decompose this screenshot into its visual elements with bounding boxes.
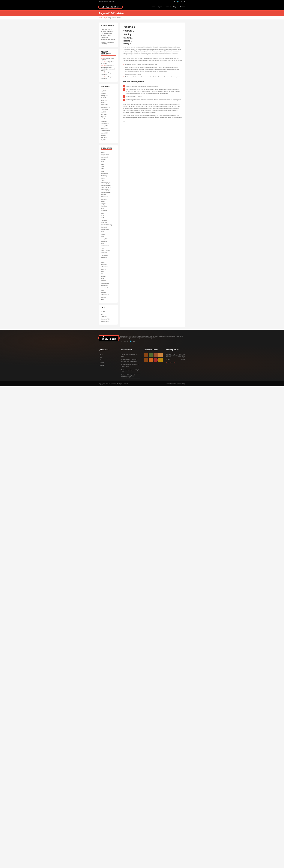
category-item[interactable]: Child Category 01 xyxy=(101,182,116,184)
youtube-icon[interactable]: ▶ xyxy=(184,1,185,3)
category-item[interactable]: Cat C xyxy=(101,170,116,172)
category-item[interactable]: broder xyxy=(101,161,116,163)
gallery-item[interactable] xyxy=(144,358,148,362)
archive-item[interactable]: October 2010 xyxy=(101,104,116,106)
comment-item[interactable]: Jane Doe on Template: Comments xyxy=(101,72,116,76)
category-item[interactable]: disinfection xyxy=(101,198,116,200)
archive-item[interactable]: May 2009 xyxy=(101,139,116,141)
facebook-icon[interactable]: f xyxy=(174,1,175,3)
privacy-link[interactable]: Privacy Policy xyxy=(178,383,185,384)
category-item[interactable]: Template xyxy=(101,280,116,282)
category-item[interactable]: clerkship xyxy=(101,193,116,195)
footer-post-item[interactable]: TEMPLATE: STICKY July 24, 2018 xyxy=(121,353,140,358)
category-item[interactable]: aciform xyxy=(101,151,116,154)
archive-item[interactable]: March 2011 xyxy=(101,101,116,104)
footer-post-item[interactable]: MARKUP: IMAGE ALIGNMENT July 24, 2018 xyxy=(121,363,140,368)
archive-item[interactable]: July 2010 xyxy=(101,111,116,113)
category-item[interactable]: Unpublished xyxy=(101,284,116,287)
category-item[interactable]: Foo Parent xyxy=(101,219,116,221)
gallery-item[interactable] xyxy=(153,353,158,357)
category-item[interactable]: Child Category 05 xyxy=(101,191,116,193)
gallery-item[interactable] xyxy=(158,353,163,357)
category-item[interactable]: lender xyxy=(101,231,116,233)
recent-post-item[interactable]: TEMPLATE: STICKY xyxy=(101,29,116,31)
meta-item[interactable]: Log out xyxy=(101,313,116,315)
category-item[interactable]: Child 1 xyxy=(101,177,116,179)
recent-post-item[interactable]: MARKUP: IMAGE ALIGNMENT xyxy=(101,35,116,39)
category-item[interactable]: sublunary xyxy=(101,275,116,277)
gallery-item[interactable] xyxy=(158,358,163,362)
archive-item[interactable]: September 2009 xyxy=(101,129,116,132)
category-item[interactable]: antiquarianism xyxy=(101,154,116,156)
archive-item[interactable]: January 2012 xyxy=(101,99,116,101)
gallery-item[interactable] xyxy=(149,358,153,362)
category-item[interactable]: Cat A xyxy=(101,165,116,167)
category-item[interactable]: pustule xyxy=(101,259,116,261)
archive-item[interactable]: June 2009 xyxy=(101,137,116,139)
nav-item[interactable]: Menus ▾ xyxy=(165,6,170,8)
terms-link[interactable]: Terms & Condition xyxy=(167,383,177,384)
linkedin-icon[interactable]: in xyxy=(127,340,129,342)
archive-item[interactable]: August 2010 xyxy=(101,108,116,111)
archive-item[interactable]: July 2018 xyxy=(101,90,116,92)
archive-item[interactable]: July 2009 xyxy=(101,134,116,136)
category-item[interactable]: showshoe xyxy=(101,268,116,270)
archive-item[interactable]: March 2012 xyxy=(101,97,116,99)
recent-post-item[interactable]: Markup: HTML Tags And Formatting xyxy=(101,41,116,45)
category-item[interactable]: Grandchild Category xyxy=(101,224,116,226)
quick-link-item[interactable]: Contact xyxy=(99,361,118,364)
archive-item[interactable]: January 2010 xyxy=(101,125,116,127)
category-item[interactable]: Markup xyxy=(101,233,116,236)
quick-link-item[interactable]: Home xyxy=(99,353,118,356)
footer-post-item[interactable]: Markup: Image Alignment May 4, 2018 xyxy=(121,368,140,373)
category-item[interactable]: Cat B xyxy=(101,167,116,170)
category-item[interactable]: Foo A xyxy=(101,214,116,217)
footer-logo[interactable]: LZ RESTAURANT xyxy=(99,335,119,341)
category-item[interactable]: Uncategorized xyxy=(101,282,116,284)
category-item[interactable]: selfconvicted xyxy=(101,266,116,268)
category-item[interactable]: weakhearted xyxy=(101,287,116,289)
category-item[interactable]: ween xyxy=(101,289,116,291)
category-item[interactable]: arrangement xyxy=(101,156,116,158)
gallery-item[interactable] xyxy=(149,353,153,357)
category-item[interactable]: palter xyxy=(101,242,116,245)
category-item[interactable]: monosyllable xyxy=(101,238,116,240)
comment-item[interactable]: John Doe on Template: Comments xyxy=(101,76,116,80)
quick-link-item[interactable]: Blog xyxy=(99,356,118,359)
archive-item[interactable]: August 2009 xyxy=(101,132,116,134)
category-item[interactable]: insubordination xyxy=(101,228,116,231)
category-item[interactable]: echappee xyxy=(101,203,116,205)
category-item[interactable]: scholarship xyxy=(101,264,116,266)
category-item[interactable]: fatuity xyxy=(101,212,116,214)
category-item[interactable]: illtempered xyxy=(101,226,116,228)
category-item[interactable]: quartern xyxy=(101,261,116,264)
facebook-icon[interactable]: f xyxy=(119,340,120,342)
category-item[interactable]: Child Category 02 xyxy=(101,184,116,186)
archive-item[interactable]: February 2010 xyxy=(101,123,116,125)
footer-post-item[interactable]: MARKUP: HTML TAGS AND FORMATTING July 24… xyxy=(121,358,140,363)
nav-item[interactable]: Home xyxy=(151,6,155,8)
category-item[interactable]: Media xyxy=(101,236,116,238)
comment-item[interactable]: Jane Doe on Protected: Template: Passwor… xyxy=(101,65,116,72)
archive-item[interactable]: May 2018 xyxy=(101,92,116,94)
meta-item[interactable]: Entries RSS xyxy=(101,315,116,318)
category-item[interactable]: asmodeus xyxy=(101,158,116,161)
category-item[interactable]: packthread xyxy=(101,240,116,242)
nav-item[interactable]: Page ▾ xyxy=(158,6,162,8)
archive-item[interactable]: January 2013 xyxy=(101,95,116,97)
category-item[interactable]: tamtam xyxy=(101,277,116,280)
archive-item[interactable]: May 2010 xyxy=(101,116,116,118)
logo[interactable]: LZ RESTAURANT xyxy=(99,5,122,9)
archive-item[interactable]: September 2010 xyxy=(101,106,116,108)
meta-item[interactable]: Comments RSS xyxy=(101,318,116,320)
category-item[interactable]: Parent Category xyxy=(101,249,116,252)
archive-item[interactable]: March 2010 xyxy=(101,120,116,122)
edit-link[interactable]: Edit xyxy=(123,121,125,122)
category-item[interactable]: sloyd xyxy=(101,271,116,273)
youtube-icon[interactable]: ▶ xyxy=(134,340,135,342)
comment-item[interactable]: John Doe on Edge Case: No Content xyxy=(101,61,116,65)
category-item[interactable]: Post Formats xyxy=(101,254,116,256)
category-item[interactable]: wellintentioned xyxy=(101,294,116,296)
recent-post-item[interactable]: Markup: Image Alignment xyxy=(101,39,116,41)
category-item[interactable]: gaberlunzie xyxy=(101,221,116,224)
